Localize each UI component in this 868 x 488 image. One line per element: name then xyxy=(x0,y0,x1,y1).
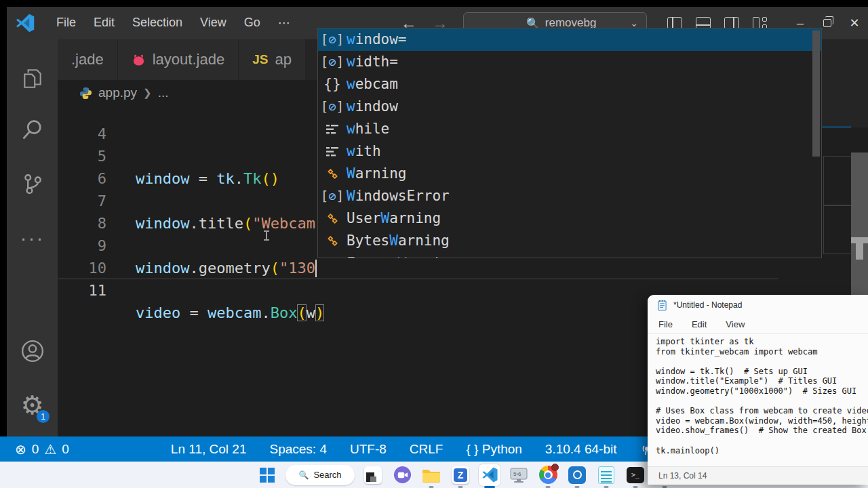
errors-count: 0 xyxy=(32,442,39,457)
search-sidebar-icon[interactable] xyxy=(7,110,58,148)
settings-badge: 1 xyxy=(37,410,50,423)
chat-app-icon xyxy=(393,466,412,484)
more-views-icon[interactable]: ··· xyxy=(7,219,58,257)
taskbar-z-app[interactable]: Z xyxy=(450,464,471,486)
tab-ap[interactable]: JSap xyxy=(239,39,306,80)
class-icon xyxy=(326,212,339,225)
cursor-position[interactable]: Ln 11, Col 21 xyxy=(171,442,247,457)
suggestion-window=[interactable]: [⊘]window= xyxy=(318,28,821,51)
chrome-icon xyxy=(539,466,557,484)
suggestion-while[interactable]: while xyxy=(318,118,821,140)
suggestion-with[interactable]: with xyxy=(318,140,821,163)
minimap-highlight xyxy=(822,126,851,128)
suggestion-FutureWarning[interactable]: FutureWarning xyxy=(318,252,821,258)
jade-icon xyxy=(132,54,146,66)
python-icon xyxy=(79,87,92,100)
taskbar-chat-app[interactable] xyxy=(391,464,413,486)
suggestion-width=[interactable]: [⊘]width= xyxy=(318,51,821,73)
running-indicator xyxy=(546,486,551,488)
notepad-menu-view[interactable]: View xyxy=(719,318,751,331)
background-window-scrollbar xyxy=(851,152,868,298)
encoding[interactable]: UTF-8 xyxy=(350,442,387,457)
menu-go[interactable]: Go xyxy=(235,12,269,35)
running-indicator xyxy=(604,486,609,488)
menu-view[interactable]: View xyxy=(191,12,235,35)
running-indicator xyxy=(458,486,463,488)
chevron-down-icon[interactable]: ⌄ xyxy=(630,18,638,28)
field-icon: [⊘] xyxy=(321,185,344,207)
taskbar-obs-blue[interactable] xyxy=(566,464,588,486)
running-indicator xyxy=(663,486,667,488)
suggestion-webcam[interactable]: {}webcam xyxy=(318,73,821,96)
field-icon: [⊘] xyxy=(321,51,344,73)
python-interpreter[interactable]: 3.10.4 64-bit xyxy=(545,442,617,457)
vscode-logo-icon xyxy=(15,13,35,33)
taskbar-media-app[interactable] xyxy=(362,464,384,486)
explorer-icon[interactable] xyxy=(7,60,58,98)
suggestion-WindowsError[interactable]: [⊘]WindowsError xyxy=(318,185,821,207)
menu-selection[interactable]: Selection xyxy=(123,12,191,35)
breadcrumb-file[interactable]: app.py xyxy=(98,85,137,100)
taskbar-chrome[interactable] xyxy=(537,464,559,486)
menu-⋯[interactable]: ⋯ xyxy=(269,12,299,35)
taskbar-terminal[interactable]: >_ xyxy=(625,464,646,486)
notes-app-icon xyxy=(598,466,614,484)
tab-.jade[interactable]: .jade xyxy=(58,39,118,80)
suggest-scrollbar[interactable] xyxy=(812,30,820,157)
media-app-icon xyxy=(364,466,382,484)
taskbar-search[interactable]: 🔍 Search xyxy=(285,465,355,485)
notepad-cursor-position: Ln 13, Col 14 xyxy=(658,471,707,481)
text-caret xyxy=(315,260,317,277)
suggestion-window[interactable]: [⊘]window xyxy=(318,96,821,118)
field-icon: [⊘] xyxy=(321,96,344,118)
menu-file[interactable]: File xyxy=(47,12,85,35)
file-explorer-icon xyxy=(422,467,441,483)
account-icon[interactable] xyxy=(7,332,58,370)
notepad-window[interactable]: *Untitled - Notepad FileEditView import … xyxy=(648,295,868,485)
indentation[interactable]: Spaces: 4 xyxy=(269,442,327,457)
notepad-menu-edit[interactable]: Edit xyxy=(685,318,713,331)
close-button[interactable]: ✕ xyxy=(841,9,868,37)
mouse-ibeam-cursor xyxy=(266,230,267,241)
screen: { "colors": { "statusbar_bg": "#007ACC",… xyxy=(0,0,868,488)
taskbar-file-explorer[interactable] xyxy=(420,464,442,486)
tab-layout.jade[interactable]: layout.jade xyxy=(118,39,239,80)
notepad-titlebar[interactable]: *Untitled - Notepad xyxy=(648,295,868,315)
class-icon xyxy=(326,257,339,258)
z-app-icon: Z xyxy=(452,466,469,484)
menu-edit[interactable]: Edit xyxy=(85,12,123,35)
keyword-icon xyxy=(326,146,338,157)
class-icon xyxy=(326,235,339,247)
suggestion-Warning[interactable]: Warning xyxy=(318,163,821,185)
taskbar-windows-start[interactable] xyxy=(256,464,278,486)
module-icon: {} xyxy=(323,73,340,96)
source-control-icon[interactable] xyxy=(7,165,58,203)
recording-dot xyxy=(551,464,559,471)
restore-icon xyxy=(823,19,831,27)
suggestion-UserWarning[interactable]: UserWarning xyxy=(318,207,821,230)
running-indicator xyxy=(484,486,495,488)
eol-sequence[interactable]: CRLF xyxy=(410,442,443,457)
suggestion-BytesWarning[interactable]: BytesWarning xyxy=(318,230,821,252)
language-mode[interactable]: { } Python xyxy=(466,442,521,457)
problems-status[interactable]: ⊗ 0 ⚠ 0 xyxy=(15,441,69,458)
line-number: 11 xyxy=(58,279,106,302)
notepad-menu-file[interactable]: File xyxy=(652,318,679,331)
keyword-icon xyxy=(326,124,338,135)
breadcrumb-ellipsis[interactable]: ... xyxy=(158,85,169,100)
braces-icon: { } xyxy=(466,442,478,456)
errors-icon: ⊗ xyxy=(15,441,26,458)
activity-bar: ··· ⚙ 1 xyxy=(7,39,58,436)
notepad-text-area[interactable]: import tkinter as tk from tkinter_webcam… xyxy=(648,333,868,466)
warnings-count: 0 xyxy=(62,442,69,457)
code-line-11[interactable]: 11 video = webcam.Box(w) xyxy=(58,257,778,279)
taskbar-screen-share[interactable]: 5›6 xyxy=(508,464,530,486)
class-icon xyxy=(326,167,339,180)
warnings-icon: ⚠ xyxy=(44,441,56,458)
notepad-menubar: FileEditView xyxy=(648,315,868,333)
background-window-scroll-thumb[interactable] xyxy=(851,237,868,243)
settings-gear-icon[interactable]: ⚙ 1 xyxy=(7,386,58,424)
taskbar-vscode[interactable] xyxy=(479,464,500,486)
screen-share-icon: 5›6 xyxy=(510,468,528,483)
taskbar-notes-app[interactable] xyxy=(595,464,617,486)
